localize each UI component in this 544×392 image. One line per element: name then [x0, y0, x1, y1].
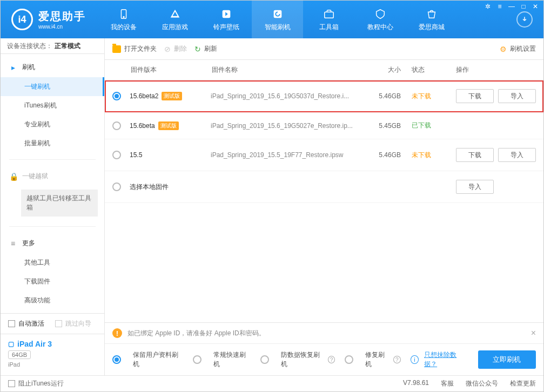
firmware-status: 未下载 [401, 151, 449, 160]
lock-icon: 🔒 [9, 172, 17, 181]
gear-icon: ⚙ [500, 45, 507, 53]
option-keep-data[interactable]: 保留用户资料刷机 [112, 350, 183, 369]
firmware-name: iPad_Spring_2019_15.5_19F77_Restore.ipsw [211, 151, 358, 159]
menu-icon[interactable]: ≡ [496, 3, 503, 10]
storage-badge: 64GB [8, 350, 31, 359]
firmware-row[interactable]: 15.6beta2测试版iPad_Spring_2019_15.6_19G503… [105, 80, 543, 112]
firmware-row[interactable]: 15.6beta测试版iPad_Spring_2019_15.6_19G5027… [105, 112, 543, 139]
sidebar: 设备连接状态： 正常模式 ▸ 刷机 一键刷机 iTunes刷机 专业刷机 批量刷… [1, 38, 105, 375]
flash-icon: ▸ [9, 63, 17, 72]
connection-status: 设备连接状态： 正常模式 [1, 38, 104, 54]
open-folder-button[interactable]: 打开文件夹 [112, 44, 157, 53]
settings-icon[interactable]: ✲ [484, 3, 492, 10]
flash-settings-button[interactable]: ⚙ 刷机设置 [500, 44, 536, 53]
radio-icon [193, 355, 202, 364]
sidebar-item-other[interactable]: 其他工具 [1, 253, 104, 272]
nav-icon [220, 8, 233, 21]
firmware-name: iPad_Spring_2019_15.6_19G5027e_Restore.i… [211, 122, 358, 130]
refresh-button[interactable]: ↻ 刷新 [194, 44, 217, 53]
svg-rect-3 [273, 10, 281, 18]
toolbar: 打开文件夹 ⊘ 删除 ↻ 刷新 ⚙ 刷机设置 [105, 38, 543, 60]
version-label: V7.98.61 [403, 379, 429, 388]
more-icon: ≡ [9, 239, 17, 248]
import-button[interactable]: 导入 [456, 180, 494, 194]
beta-badge: 测试版 [158, 121, 179, 130]
delete-icon: ⊘ [164, 45, 171, 53]
download-button[interactable]: 下载 [456, 89, 494, 103]
auto-activate-row: 自动激活 跳过向导 [1, 314, 104, 334]
option-erase-link[interactable]: i 只想抹除数据？ [411, 350, 468, 369]
radio-icon[interactable] [112, 92, 121, 100]
sidebar-head-flash[interactable]: ▸ 刷机 [1, 57, 104, 77]
option-recovery[interactable]: 防数据恢复刷机 ? [260, 350, 335, 369]
download-button[interactable]: 下载 [456, 148, 494, 162]
sidebar-item-batch[interactable]: 批量刷机 [1, 134, 104, 153]
nav-item[interactable]: 我的设备 [98, 1, 149, 38]
firmware-size: 5.45GB [358, 122, 401, 130]
device-card[interactable]: ▢ iPad Air 3 64GB iPad [1, 334, 104, 375]
close-warning-button[interactable]: × [531, 328, 536, 338]
statusbar: 阻止iTunes运行 V7.98.61 客服 微信公众号 检查更新 [1, 375, 543, 391]
skip-wizard-checkbox[interactable] [55, 320, 62, 327]
sidebar-item-pro[interactable]: 专业刷机 [1, 115, 104, 134]
help-icon[interactable]: ? [328, 356, 335, 363]
auto-activate-checkbox[interactable] [8, 320, 15, 327]
radio-icon[interactable] [112, 151, 121, 159]
firmware-size: 5.46GB [358, 92, 401, 100]
sidebar-head-more[interactable]: ≡ 更多 [1, 233, 104, 253]
maximize-icon[interactable]: □ [520, 3, 527, 10]
nav-item[interactable]: 教程中心 [354, 1, 406, 38]
block-itunes-checkbox[interactable] [8, 380, 15, 387]
import-button[interactable]: 导入 [498, 89, 536, 103]
info-icon: i [411, 355, 419, 364]
nav-item[interactable]: 爱思商城 [406, 1, 457, 38]
top-nav: 我的设备应用游戏铃声壁纸智能刷机工具箱教程中心爱思商城 [98, 1, 516, 38]
radio-icon [345, 355, 353, 364]
sidebar-item-oneclick[interactable]: 一键刷机 [1, 77, 104, 96]
option-quick[interactable]: 常规快速刷机 [193, 350, 251, 369]
update-link[interactable]: 检查更新 [510, 379, 536, 388]
radio-icon [260, 355, 269, 364]
folder-icon [112, 45, 121, 53]
firmware-row[interactable]: 选择本地固件导入 [105, 171, 543, 203]
firmware-status: 已下载 [401, 121, 449, 130]
device-icon: ▢ [8, 340, 14, 348]
radio-icon[interactable] [112, 121, 121, 130]
sidebar-item-advanced[interactable]: 高级功能 [1, 291, 104, 310]
nav-icon [374, 8, 387, 21]
firmware-list: 15.6beta2测试版iPad_Spring_2019_15.6_19G503… [105, 80, 543, 203]
nav-icon [117, 8, 130, 21]
nav-item[interactable]: 工具箱 [303, 1, 354, 38]
start-flash-button[interactable]: 立即刷机 [478, 350, 536, 369]
support-link[interactable]: 客服 [441, 379, 454, 388]
sidebar-item-downloadfw[interactable]: 下载固件 [1, 272, 104, 291]
close-icon[interactable]: ✕ [532, 3, 539, 10]
firmware-size: 5.46GB [358, 151, 401, 159]
sidebar-item-itunes[interactable]: iTunes刷机 [1, 96, 104, 115]
option-repair[interactable]: 修复刷机 ? [345, 350, 400, 369]
jailbreak-note: 越狱工具已转移至工具箱 [21, 190, 98, 217]
wechat-link[interactable]: 微信公众号 [466, 379, 498, 388]
warning-icon: ! [112, 328, 122, 338]
radio-icon[interactable] [112, 183, 121, 191]
table-header: 固件版本 固件名称 大小 状态 操作 [105, 60, 543, 80]
import-button[interactable]: 导入 [498, 148, 536, 162]
firmware-name: iPad_Spring_2019_15.6_19G5037d_Restore.i… [211, 92, 358, 100]
svg-rect-4 [324, 12, 333, 18]
sidebar-head-jailbreak: 🔒 一键越狱 [1, 166, 104, 186]
nav-item[interactable]: 铃声壁纸 [200, 1, 252, 38]
radio-icon [112, 355, 121, 364]
minimize-icon[interactable]: — [508, 3, 515, 10]
nav-icon [323, 8, 335, 21]
window-controls: ✲ ≡ — □ ✕ [484, 3, 539, 10]
delete-button[interactable]: ⊘ 删除 [164, 44, 187, 53]
nav-item[interactable]: 应用游戏 [149, 1, 200, 38]
download-manager-icon[interactable] [516, 11, 533, 28]
firmware-row[interactable]: 15.5iPad_Spring_2019_15.5_19F77_Restore.… [105, 139, 543, 171]
nav-item[interactable]: 智能刷机 [252, 1, 303, 38]
nav-icon [169, 8, 182, 21]
nav-icon [271, 8, 284, 21]
help-icon[interactable]: ? [393, 356, 400, 363]
warning-bar: ! 如已绑定 Apple ID，请准备好 Apple ID和密码。 × [105, 323, 543, 344]
app-title: 爱思助手 [38, 9, 86, 24]
